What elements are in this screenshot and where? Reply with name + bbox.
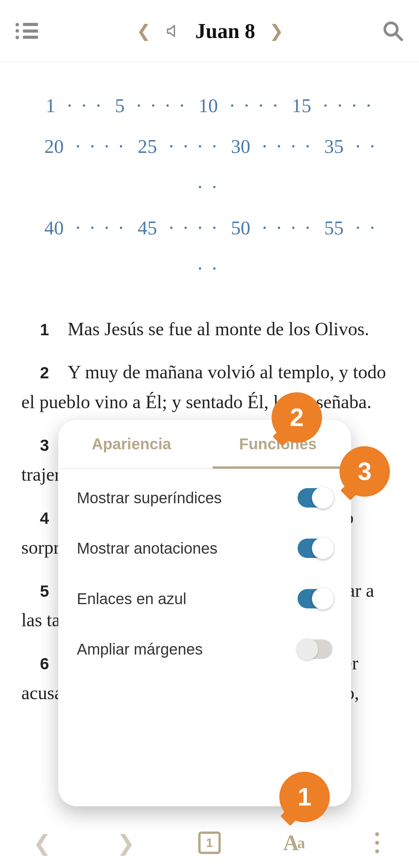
next-chapter-icon[interactable]: ❯	[269, 21, 284, 41]
verse-number: 6	[40, 655, 49, 673]
verse-link[interactable]: 10	[199, 95, 218, 116]
option-enlaces: Enlaces en azul	[58, 573, 351, 624]
verse-number: 1	[40, 321, 49, 339]
verse-link[interactable]: 5	[115, 95, 125, 116]
option-superindices: Mostrar superíndices	[58, 473, 351, 523]
toggle-margenes[interactable]	[298, 639, 332, 659]
callout-2: 2	[272, 392, 322, 443]
history-back-icon[interactable]: ❮	[28, 829, 55, 856]
callout-1: 1	[279, 772, 330, 822]
verse-link[interactable]: 30	[231, 135, 250, 157]
audio-icon[interactable]	[165, 23, 181, 39]
verse-navigator[interactable]: 1 · · · 5 · · · · 10 · · · · 15 · · · ·2…	[21, 74, 398, 314]
text-settings-button[interactable]: Aa	[280, 829, 307, 856]
verse-link[interactable]: 1	[46, 95, 55, 116]
more-menu-icon[interactable]	[364, 829, 391, 856]
settings-popup: Apariencia Funciones Mostrar superíndice…	[58, 420, 351, 806]
verse-number: 3	[40, 436, 49, 454]
toggle-superindices[interactable]	[298, 488, 332, 508]
option-anotaciones: Mostrar anotaciones	[58, 523, 351, 573]
chapter-title[interactable]: Juan 8	[195, 19, 255, 43]
verse-number: 4	[40, 509, 49, 527]
callout-3: 3	[339, 446, 390, 497]
verse-link[interactable]: 25	[138, 135, 157, 157]
verse-number: 5	[40, 582, 49, 600]
option-label: Mostrar superíndices	[77, 489, 222, 507]
toggle-enlaces[interactable]	[298, 589, 332, 608]
verse[interactable]: 2Y muy de mañana volvió al templo, y tod…	[21, 357, 398, 417]
option-label: Ampliar márgenes	[77, 641, 203, 658]
bottom-bar: ❮ ❯ 1 Aa	[0, 818, 419, 868]
svg-line-1	[395, 33, 402, 40]
menu-icon[interactable]	[16, 23, 38, 39]
prev-chapter-icon[interactable]: ❮	[137, 21, 151, 41]
verse-link[interactable]: 20	[44, 135, 64, 157]
verse-link[interactable]: 45	[138, 217, 157, 239]
option-label: Enlaces en azul	[77, 590, 186, 608]
option-label: Mostrar anotaciones	[77, 540, 217, 557]
page-indicator[interactable]: 1	[196, 829, 223, 856]
search-icon[interactable]	[382, 20, 403, 42]
verse-link[interactable]: 35	[324, 135, 344, 157]
top-bar: ❮ Juan 8 ❯	[0, 0, 419, 62]
history-forward-icon[interactable]: ❯	[112, 829, 139, 856]
verse-number: 2	[40, 364, 49, 382]
tab-apariencia[interactable]: Apariencia	[58, 420, 205, 468]
verse-link[interactable]: 15	[292, 95, 311, 116]
toggle-anotaciones[interactable]	[298, 539, 332, 558]
verse-link[interactable]: 55	[324, 217, 344, 239]
verse[interactable]: 1Mas Jesús se fue al monte de los Olivos…	[21, 314, 398, 344]
verse-link[interactable]: 50	[231, 217, 250, 239]
verse-link[interactable]: 40	[44, 217, 64, 239]
option-margenes: Ampliar márgenes	[58, 624, 351, 674]
